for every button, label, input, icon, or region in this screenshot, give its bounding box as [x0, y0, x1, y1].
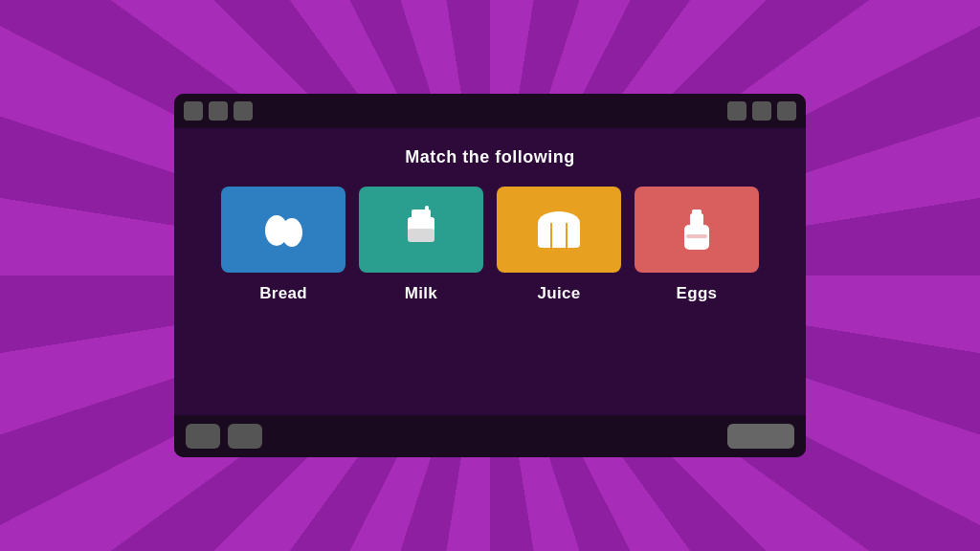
- svg-point-1: [281, 218, 302, 247]
- card-icon-milk: [635, 187, 759, 273]
- bottom-btn-1[interactable]: [186, 424, 220, 449]
- bottom-bar: [174, 415, 806, 457]
- title-btn-6[interactable]: [777, 101, 796, 121]
- card-2[interactable]: Milk: [359, 187, 483, 303]
- card-icon-eggs: [221, 187, 345, 273]
- card-label-1: Bread: [259, 284, 307, 303]
- title-btns-right: [727, 101, 796, 121]
- card-label-2: Milk: [405, 284, 437, 303]
- game-window: Match the following Bread: [174, 94, 806, 457]
- card-4[interactable]: Eggs: [635, 187, 759, 303]
- card-label-3: Juice: [538, 284, 581, 303]
- title-btn-4[interactable]: [727, 101, 746, 121]
- card-3[interactable]: Juice: [497, 187, 621, 303]
- svg-rect-11: [690, 213, 703, 227]
- question-title: Match the following: [405, 147, 575, 167]
- svg-rect-12: [692, 209, 702, 215]
- svg-rect-4: [425, 206, 429, 223]
- svg-rect-5: [408, 229, 434, 242]
- title-btn-5[interactable]: [752, 101, 771, 121]
- title-btn-2[interactable]: [209, 101, 228, 121]
- svg-point-7: [538, 211, 580, 234]
- cards-row: Bread Milk: [203, 187, 777, 303]
- title-btn-1[interactable]: [184, 101, 203, 121]
- bottom-btn-2[interactable]: [228, 424, 262, 449]
- card-icon-juice-drink: [359, 187, 483, 273]
- card-icon-bread: [497, 187, 621, 273]
- title-btn-3[interactable]: [234, 101, 253, 121]
- card-1[interactable]: Bread: [221, 187, 345, 303]
- title-bar: [174, 94, 806, 128]
- svg-rect-13: [686, 234, 707, 238]
- content-area: Match the following Bread: [174, 128, 806, 415]
- bottom-btn-next[interactable]: [727, 424, 794, 449]
- card-label-4: Eggs: [677, 284, 718, 303]
